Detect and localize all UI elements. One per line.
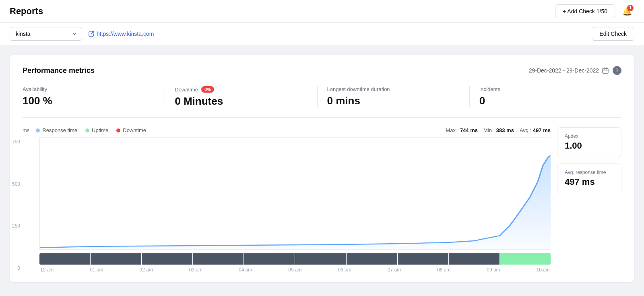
timeline-segment-1 [39,253,90,265]
chart-fill [40,155,551,250]
avg-response-value: 497 ms [565,177,614,187]
edit-check-button[interactable]: Edit Check [592,27,634,41]
stat-downtime: Downtime 0% 0 Minutes [165,86,317,108]
stats-row: Availability 100 % Downtime 0% 0 Minutes… [23,86,621,118]
svg-rect-0 [603,68,608,73]
x-label-08am: 08 am [437,267,450,273]
y-label-500: 500 [8,181,20,187]
legend-response-time: Response time [36,127,77,133]
apdex-value: 1.00 [565,141,614,151]
legend-response-time-label: Response time [42,127,77,133]
timeline-segment-green [500,253,551,265]
downtime-label: Downtime 0% [175,86,307,93]
y-label-250: 250 [8,223,20,229]
main-content: Performance metrics 29-Dec-2022 - 29-Dec… [0,45,644,292]
longest-label: Longest downtime duration [327,86,460,92]
legend-downtime-label: Downtime [123,127,146,133]
x-label-04am: 04 am [239,267,252,273]
incidents-value: 0 [479,95,612,107]
chart-line [40,155,551,248]
metrics-header: Performance metrics 29-Dec-2022 - 29-Dec… [23,66,621,75]
avg-stat: Avg : 497 ms [520,127,551,133]
chart-section: ms Response time Uptime Downtime [23,127,621,273]
x-label-12am: 12 am [40,267,54,273]
max-value: 744 ms [460,127,478,133]
stat-availability: Availability 100 % [23,86,165,108]
x-label-03am: 03 am [189,267,202,273]
date-range-value: 29-Dec-2022 - 29-Dec-2022 [529,67,599,74]
apdex-label: Apdex [565,133,614,139]
site-selector[interactable]: kinsta [10,27,82,41]
timeline-segment-9 [449,253,500,265]
x-label-02am: 02 am [140,267,153,273]
y-label-750: 750 [8,139,20,145]
timeline-segment-4 [193,253,244,265]
site-link[interactable]: https://www.kinsta.com [89,31,154,37]
x-label-09am: 09 am [487,267,500,273]
y-label-0: 0 [8,265,20,271]
chart-wrapper [39,137,551,250]
info-icon[interactable]: i [613,66,621,75]
date-range-text: 29-Dec-2022 - 29-Dec-2022 [529,67,609,74]
stat-incidents: Incidents 0 [470,86,621,108]
y-axis-labels: 0 250 500 750 [8,137,20,273]
chart-stats: Max : 744 ms Min : 383 ms Avg : 497 ms [446,127,551,133]
longest-value: 0 mins [327,95,460,107]
top-bar: Reports + Add Check 1/50 🔔 1 [0,0,644,23]
y-axis-label: ms [23,127,29,133]
x-label-07am: 07 am [388,267,401,273]
legend-uptime: Uptime [85,127,108,133]
stat-longest: Longest downtime duration 0 mins [318,86,470,108]
chart-side: Apdex 1.00 Avg. response time 497 ms [557,127,621,273]
x-label-01am: 01 am [90,267,103,273]
timeline-segment-6 [295,253,346,265]
timeline-segment-7 [347,253,397,265]
response-time-dot [36,128,40,132]
response-time-chart [40,137,551,250]
min-value: 383 ms [496,127,514,133]
downtime-dot [116,128,120,132]
timeline-segment-5 [244,253,295,265]
notification-bell[interactable]: 🔔 1 [620,4,634,19]
uptime-dot [85,128,89,132]
add-check-button[interactable]: + Add Check 1/50 [555,4,615,18]
chart-main: ms Response time Uptime Downtime [23,127,551,273]
page-title: Reports [10,6,43,17]
avg-value: 497 ms [533,127,551,133]
apdex-card: Apdex 1.00 [557,127,621,157]
metrics-title: Performance metrics [23,66,95,75]
chart-legend: Response time Uptime Downtime [36,127,146,133]
incidents-label: Incidents [479,86,612,92]
timeline-segment-8 [398,253,448,265]
timeline-segment-3 [142,253,192,265]
top-bar-actions: + Add Check 1/50 🔔 1 [555,4,634,19]
chart-legend-row: ms Response time Uptime Downtime [23,127,551,133]
max-stat: Max : 744 ms [446,127,478,133]
availability-value: 100 % [23,95,155,107]
legend-downtime: Downtime [116,127,146,133]
legend-uptime-label: Uptime [92,127,108,133]
avg-response-label: Avg. response time [565,170,614,175]
timeline-segment-2 [91,253,141,265]
downtime-value: 0 Minutes [175,95,307,108]
min-stat: Min : 383 ms [483,127,514,133]
external-link-icon [89,31,94,37]
downtime-badge: 0% [201,86,214,93]
avg-response-card: Avg. response time 497 ms [557,164,621,193]
sub-bar-left: kinsta https://www.kinsta.com [10,27,154,41]
date-range-area: 29-Dec-2022 - 29-Dec-2022 i [529,66,621,75]
availability-label: Availability [23,86,155,92]
chart-area-wrapper: 0 250 500 750 [23,137,551,273]
x-label-06am: 06 am [338,267,351,273]
x-label-10am: 10 am [537,267,550,273]
calendar-icon[interactable] [602,67,609,74]
metrics-card: Performance metrics 29-Dec-2022 - 29-Dec… [10,55,634,282]
timeline-bar [39,253,551,265]
site-url-text: https://www.kinsta.com [97,31,154,37]
x-axis-labels: 12 am 01 am 02 am 03 am 04 am 05 am 06 a… [39,267,551,273]
notification-badge: 1 [627,5,634,11]
x-label-05am: 05 am [288,267,301,273]
sub-bar: kinsta https://www.kinsta.com Edit Check [0,23,644,45]
